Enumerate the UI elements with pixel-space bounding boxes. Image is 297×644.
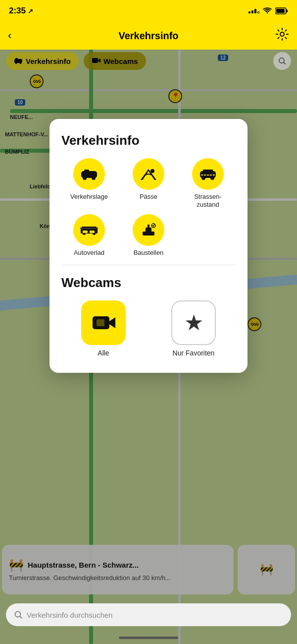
time-display: 2:35 bbox=[9, 6, 26, 16]
verkehrslage-icon bbox=[73, 158, 105, 190]
passe-icon bbox=[133, 158, 164, 190]
webcam-favoriten-icon: ★ bbox=[171, 300, 216, 345]
strassenzustand-item[interactable]: Strassen-zustand bbox=[180, 158, 236, 208]
svg-rect-30 bbox=[97, 319, 104, 326]
status-icons bbox=[248, 7, 288, 14]
tab-webcams-icon bbox=[92, 57, 100, 65]
settings-button[interactable] bbox=[275, 27, 289, 44]
svg-rect-2 bbox=[286, 10, 288, 12]
search-bar-icon bbox=[14, 610, 23, 619]
verkehrsinfo-grid: Verkehrslage Pässe bbox=[61, 158, 236, 257]
baustellen-item[interactable]: Baustellen bbox=[121, 214, 176, 257]
autoverlad-item[interactable]: Autoverlad bbox=[61, 214, 117, 257]
search-bar[interactable]: Verkehrsinfo durchsuchen bbox=[6, 603, 291, 626]
status-bar: 2:35 ↗ bbox=[0, 0, 297, 22]
passe-item[interactable]: Pässe bbox=[121, 158, 176, 208]
svg-point-17 bbox=[210, 176, 214, 180]
baustellen-label: Baustellen bbox=[134, 249, 164, 257]
svg-rect-24 bbox=[80, 228, 98, 229]
back-button[interactable]: ‹ bbox=[8, 29, 11, 42]
svg-point-12 bbox=[92, 176, 96, 180]
tab-verkehrsinfo-label: Verkehrsinfo bbox=[26, 57, 71, 65]
filter-modal: Verkehrsinfo Verkehrslage bbox=[50, 119, 248, 373]
webcam-alle-label: Alle bbox=[98, 349, 109, 357]
tab-verkehrsinfo[interactable]: Verkehrsinfo bbox=[6, 52, 79, 70]
baustellen-icon bbox=[133, 214, 164, 246]
location-icon: ↗ bbox=[28, 7, 33, 15]
svg-rect-7 bbox=[15, 58, 18, 60]
webcams-grid: Alle ★ Nur Favoriten bbox=[61, 300, 236, 357]
svg-rect-1 bbox=[276, 9, 285, 13]
app-header: ‹ Verkehrsinfo bbox=[0, 22, 297, 50]
svg-point-11 bbox=[83, 176, 87, 180]
webcam-alle-icon bbox=[81, 300, 126, 345]
strassenzustand-label: Strassen-zustand bbox=[194, 193, 222, 208]
webcam-alle-item[interactable]: Alle bbox=[61, 300, 146, 357]
verkehrsinfo-section-title: Verkehrsinfo bbox=[61, 133, 236, 148]
strassenzustand-icon bbox=[192, 158, 224, 190]
autoverlad-icon bbox=[73, 214, 105, 246]
tab-webcams-label: Webcams bbox=[103, 57, 138, 65]
wifi-icon bbox=[262, 7, 272, 14]
svg-point-3 bbox=[280, 32, 284, 36]
svg-point-5 bbox=[15, 62, 17, 64]
svg-rect-23 bbox=[90, 231, 95, 233]
battery-icon bbox=[275, 7, 288, 14]
verkehrslage-item[interactable]: Verkehrslage bbox=[61, 158, 117, 208]
section-divider bbox=[61, 265, 236, 265]
svg-point-6 bbox=[20, 62, 22, 64]
page-title: Verkehrsinfo bbox=[118, 30, 178, 42]
svg-rect-13 bbox=[84, 170, 89, 174]
svg-rect-27 bbox=[148, 225, 149, 229]
tab-bar: Verkehrsinfo Webcams bbox=[0, 50, 297, 72]
tab-webcams[interactable]: Webcams bbox=[84, 52, 146, 70]
webcam-favoriten-label: Nur Favoriten bbox=[173, 349, 215, 357]
home-indicator bbox=[119, 637, 178, 639]
tab-verkehrsinfo-icon bbox=[14, 57, 23, 65]
passe-label: Pässe bbox=[140, 193, 157, 201]
autoverlad-label: Autoverlad bbox=[74, 249, 104, 257]
status-time: 2:35 ↗ bbox=[9, 6, 33, 16]
verkehrslage-label: Verkehrslage bbox=[70, 193, 108, 201]
search-button[interactable] bbox=[273, 52, 291, 70]
svg-point-14 bbox=[150, 169, 154, 173]
webcam-favoriten-item[interactable]: ★ Nur Favoriten bbox=[151, 300, 236, 357]
signal-icon bbox=[248, 9, 259, 13]
svg-rect-22 bbox=[83, 231, 88, 233]
search-bar-placeholder: Verkehrsinfo durchsuchen bbox=[27, 611, 112, 619]
svg-rect-8 bbox=[92, 58, 98, 63]
svg-point-16 bbox=[201, 176, 205, 180]
webcams-section-title: Webcams bbox=[61, 275, 236, 291]
